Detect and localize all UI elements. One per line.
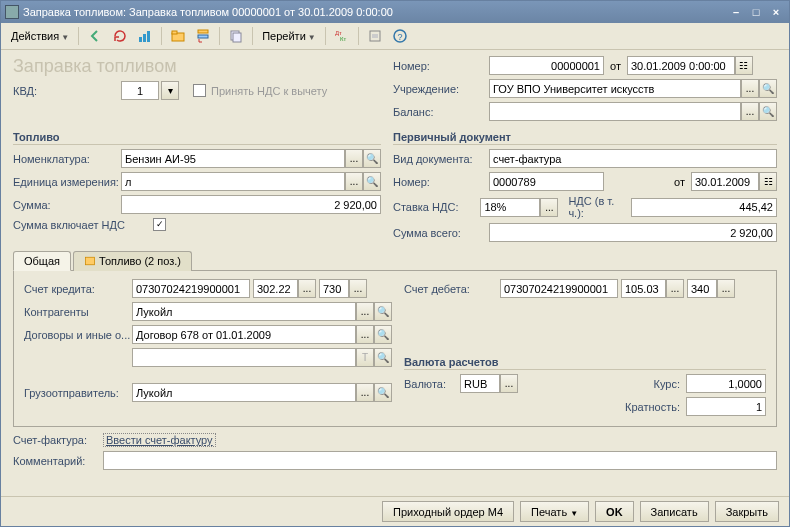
tab-fuel[interactable]: Топливо (2 поз.)	[73, 251, 192, 271]
cr3-input[interactable]	[319, 279, 349, 298]
uom-select-button[interactable]: ...	[345, 172, 363, 191]
balance-search-button[interactable]: 🔍	[759, 102, 777, 121]
cur-input[interactable]	[460, 374, 500, 393]
svg-rect-5	[198, 30, 208, 33]
ship-select-button[interactable]: ...	[356, 383, 374, 402]
org-search-button[interactable]: 🔍	[759, 79, 777, 98]
sum-input[interactable]	[121, 195, 381, 214]
print-button[interactable]: Печать ▼	[520, 501, 589, 522]
tabs: Общая Топливо (2 поз.)	[13, 250, 777, 271]
toolbar-help-icon[interactable]: ?	[389, 26, 411, 46]
dog-select-button[interactable]: ...	[356, 325, 374, 344]
svg-rect-6	[198, 35, 208, 38]
minimize-button[interactable]: –	[727, 4, 745, 20]
kvd-dropdown[interactable]: ▾	[161, 81, 179, 100]
ctr-search-button[interactable]: 🔍	[374, 302, 392, 321]
kind-label: Вид документа:	[393, 153, 489, 165]
window-title: Заправка топливом: Заправка топливом 000…	[23, 6, 727, 18]
kvd-label: КВД:	[13, 85, 121, 97]
kvd-input[interactable]	[121, 81, 159, 100]
dog-input[interactable]	[132, 325, 356, 344]
m4-button[interactable]: Приходный ордер М4	[382, 501, 514, 522]
rate-label: Курс:	[654, 378, 680, 390]
pnum-input[interactable]	[489, 172, 604, 191]
form-title: Заправка топливом	[13, 56, 393, 77]
ship-input[interactable]	[132, 383, 356, 402]
toolbar-chart-icon[interactable]	[134, 26, 156, 46]
titlebar: Заправка топливом: Заправка топливом 000…	[1, 1, 789, 23]
db2-input[interactable]	[621, 279, 666, 298]
date-picker-button[interactable]: ☷	[735, 56, 753, 75]
goto-menu[interactable]: Перейти ▼	[258, 28, 320, 44]
db1-input[interactable]	[500, 279, 618, 298]
org-label: Учреждение:	[393, 83, 489, 95]
total-input[interactable]	[489, 223, 777, 242]
dog-search-button[interactable]: 🔍	[374, 325, 392, 344]
db3-select-button[interactable]: ...	[717, 279, 735, 298]
cur-select-button[interactable]: ...	[500, 374, 518, 393]
sumincl-label: Сумма включает НДС	[13, 219, 153, 231]
balance-input[interactable]	[489, 102, 741, 121]
balance-select-button[interactable]: ...	[741, 102, 759, 121]
vat-input[interactable]	[631, 198, 777, 217]
pdate-picker-button[interactable]: ☷	[759, 172, 777, 191]
toolbar-struct-icon[interactable]	[192, 26, 214, 46]
currency-section-header: Валюта расчетов	[404, 356, 766, 370]
org-select-button[interactable]: ...	[741, 79, 759, 98]
balance-label: Баланс:	[393, 106, 489, 118]
pdate-input[interactable]	[691, 172, 759, 191]
number-input[interactable]	[489, 56, 604, 75]
bottom-bar: Приходный ордер М4 Печать ▼ OK Записать …	[1, 496, 789, 526]
cr2-input[interactable]	[253, 279, 298, 298]
ctr-select-button[interactable]: ...	[356, 302, 374, 321]
vatrate-select-button[interactable]: ...	[540, 198, 558, 217]
nomen-search-button[interactable]: 🔍	[363, 149, 381, 168]
org-input[interactable]	[489, 79, 741, 98]
vatrate-input[interactable]	[480, 198, 540, 217]
uom-search-button[interactable]: 🔍	[363, 172, 381, 191]
vatrate-label: Ставка НДС:	[393, 201, 480, 213]
toolbar-arrow-left-icon[interactable]	[84, 26, 106, 46]
vat-deduct-checkbox[interactable]	[193, 84, 206, 97]
db3-input[interactable]	[687, 279, 717, 298]
toolbar-dtkt-icon[interactable]: ДтКт	[331, 26, 353, 46]
cr2-select-button[interactable]: ...	[298, 279, 316, 298]
ship-label: Грузоотправитель:	[24, 387, 132, 399]
svg-rect-15	[85, 257, 94, 265]
toolbar-folder-icon[interactable]	[167, 26, 189, 46]
nomen-input[interactable]	[121, 149, 345, 168]
actions-menu[interactable]: Действия ▼	[7, 28, 73, 44]
date-input[interactable]	[627, 56, 735, 75]
mult-label: Кратность:	[625, 401, 680, 413]
extra-input[interactable]	[132, 348, 356, 367]
svg-rect-12	[372, 34, 378, 38]
ctr-input[interactable]	[132, 302, 356, 321]
cr1-input[interactable]	[132, 279, 250, 298]
tab-common[interactable]: Общая	[13, 251, 71, 271]
comment-input[interactable]	[103, 451, 777, 470]
rate-input[interactable]	[686, 374, 766, 393]
sumincl-checkbox[interactable]: ✓	[153, 218, 166, 231]
extra-search-button[interactable]: 🔍	[374, 348, 392, 367]
toolbar-refresh-icon[interactable]	[109, 26, 131, 46]
sum-label: Сумма:	[13, 199, 121, 211]
cur-label: Валюта:	[404, 378, 460, 390]
extra-t-button[interactable]: T	[356, 348, 374, 367]
toolbar-settings-icon[interactable]	[364, 26, 386, 46]
mult-input[interactable]	[686, 397, 766, 416]
ship-search-button[interactable]: 🔍	[374, 383, 392, 402]
dog-label: Договоры и иные о...	[24, 329, 132, 341]
close-button[interactable]: ×	[767, 4, 785, 20]
uom-input[interactable]	[121, 172, 345, 191]
maximize-button[interactable]: □	[747, 4, 765, 20]
db2-select-button[interactable]: ...	[666, 279, 684, 298]
kind-input[interactable]	[489, 149, 777, 168]
write-button[interactable]: Записать	[640, 501, 709, 522]
nomen-select-button[interactable]: ...	[345, 149, 363, 168]
sf-link[interactable]: Ввести счет-фактуру	[103, 433, 216, 447]
toolbar-copy-icon[interactable]	[225, 26, 247, 46]
ok-button[interactable]: OK	[595, 501, 634, 522]
pdoc-section-header: Первичный документ	[393, 131, 777, 145]
close-window-button[interactable]: Закрыть	[715, 501, 779, 522]
cr3-select-button[interactable]: ...	[349, 279, 367, 298]
